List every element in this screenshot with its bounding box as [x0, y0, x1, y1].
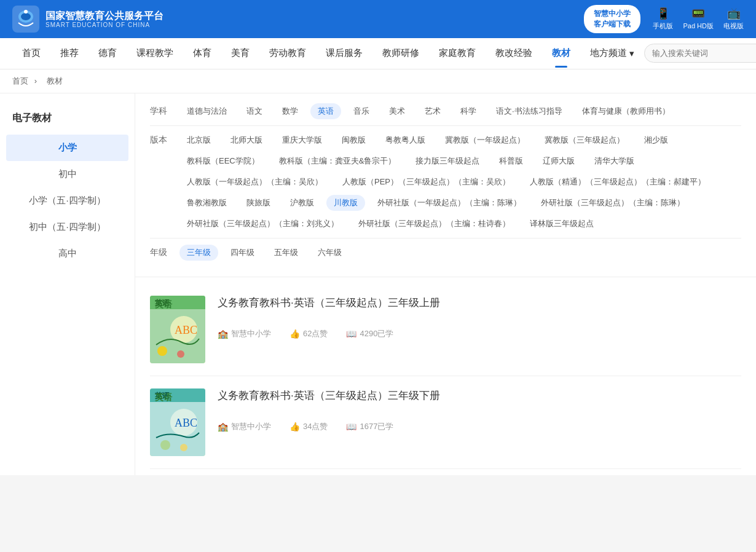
search-input[interactable] — [652, 49, 750, 58]
edition-tag-kepu[interactable]: 科普版 — [492, 153, 530, 169]
nav-reform[interactable]: 教改经验 — [486, 39, 542, 68]
svg-point-16 — [160, 440, 170, 450]
svg-text:ABC: ABC — [175, 417, 197, 429]
svg-point-2 — [21, 13, 31, 20]
subject-tag-calligraphy[interactable]: 语文·书法练习指导 — [489, 103, 570, 119]
breadcrumb-home[interactable]: 首页 — [12, 76, 28, 85]
sidebar-item-middle[interactable]: 初中 — [0, 161, 135, 187]
nav-bar: 首页 推荐 德育 课程教学 体育 美育 劳动教育 课后服务 教师研修 家庭教育 … — [0, 38, 756, 69]
subject-tag-chinese[interactable]: 语文 — [239, 103, 270, 119]
edition-tag-hu[interactable]: 沪教版 — [283, 195, 321, 211]
dropdown-arrow-icon: ▾ — [629, 48, 634, 59]
breadcrumb-current: 教材 — [47, 76, 63, 85]
edition-tag-yue[interactable]: 粤教粤人版 — [378, 132, 433, 148]
device-options: 📱 手机版 📟 Pad HD版 📺 电视版 — [653, 7, 744, 31]
divider-2 — [150, 238, 741, 239]
right-content: 学科 道德与法治 语文 数学 英语 音乐 美术 艺术 科学 语文·书法练习指导 … — [135, 93, 756, 475]
download-button[interactable]: 智慧中小学 客户端下载 — [584, 5, 640, 33]
edition-tag-min[interactable]: 闽教版 — [334, 132, 373, 148]
nav-family[interactable]: 家庭教育 — [429, 39, 486, 68]
book-source-2: 🏫 智慧中小学 — [218, 421, 271, 432]
grade-tag-3[interactable]: 三年级 — [179, 245, 218, 261]
nav-arts[interactable]: 美育 — [221, 39, 259, 68]
svg-text:英语: 英语 — [154, 299, 170, 307]
nav-sports[interactable]: 体育 — [183, 39, 221, 68]
nav-recommend[interactable]: 推荐 — [50, 39, 89, 68]
edition-tag-shan[interactable]: 陕旅版 — [239, 195, 278, 211]
header-top: 国家智慧教育公共服务平台 SMART EDUCATION OF CHINA 智慧… — [0, 0, 756, 38]
source-icon-1: 🏫 — [218, 329, 228, 339]
edition-tag-chuan[interactable]: 川教版 — [326, 195, 365, 211]
book-cover-2[interactable]: 英语 ABC — [150, 388, 205, 456]
nav-labor[interactable]: 劳动教育 — [259, 39, 316, 68]
subject-tag-pe[interactable]: 体育与健康（教师用书） — [575, 103, 677, 119]
reads-icon-2: 📖 — [346, 422, 356, 432]
subject-tag-music[interactable]: 音乐 — [346, 103, 377, 119]
sidebar-item-elementary54[interactable]: 小学（五·四学制） — [0, 187, 135, 214]
subject-tag-arts[interactable]: 艺术 — [417, 103, 448, 119]
nav-moral[interactable]: 德育 — [89, 39, 127, 68]
book-likes-1: 👍 62点赞 — [289, 328, 328, 339]
subject-tag-art[interactable]: 美术 — [382, 103, 412, 119]
sidebar-item-middle54[interactable]: 初中（五·四学制） — [0, 214, 135, 240]
subject-tag-english[interactable]: 英语 — [310, 103, 341, 119]
edition-tag-ren1[interactable]: 人教版（一年级起点）（主编：吴欣） — [179, 174, 330, 190]
nav-course[interactable]: 课程教学 — [127, 39, 183, 68]
subject-tag-moral[interactable]: 道德与法治 — [179, 103, 234, 119]
edition-tags: 北京版 北师大版 重庆大学版 闽教版 粤教粤人版 冀教版（一年级起点） 冀教版（… — [179, 132, 741, 232]
nav-textbook[interactable]: 教材 — [542, 39, 580, 68]
pad-option[interactable]: 📟 Pad HD版 — [683, 7, 714, 31]
mobile-option[interactable]: 📱 手机版 — [653, 7, 673, 31]
header-right: 智慧中小学 客户端下载 📱 手机版 📟 Pad HD版 📺 电视版 — [584, 5, 744, 33]
edition-tag-wai3c[interactable]: 外研社版（三年级起点）（主编：桂诗春） — [351, 216, 518, 232]
source-icon-2: 🏫 — [218, 422, 228, 432]
edition-tag-yilin[interactable]: 译林版三年级起点 — [522, 216, 601, 232]
book-meta-1: 🏫 智慧中小学 👍 62点赞 📖 4290已学 — [218, 328, 741, 339]
svg-text:ABC: ABC — [175, 324, 197, 336]
book-title-2[interactable]: 义务教育教科书·英语（三年级起点）三年级下册 — [218, 388, 741, 403]
nav-teacher[interactable]: 教师研修 — [372, 39, 429, 68]
breadcrumb-separator: › — [34, 76, 39, 85]
edition-tag-eec[interactable]: 教科版（EEC学院） — [179, 153, 267, 169]
edition-tag-beijing[interactable]: 北京版 — [179, 132, 218, 148]
subject-tag-math[interactable]: 数学 — [275, 103, 305, 119]
filter-area: 学科 道德与法治 语文 数学 英语 音乐 美术 艺术 科学 语文·书法练习指导 … — [135, 93, 756, 277]
book-cover-1[interactable]: 英语 ABC — [150, 296, 205, 363]
edition-tag-ren-jt[interactable]: 人教版（精通）（三年级起点）（主编：郝建平） — [522, 174, 713, 190]
grade-tag-4[interactable]: 四年级 — [223, 245, 262, 261]
sidebar-item-highschool[interactable]: 高中 — [0, 240, 135, 267]
subject-label: 学科 — [150, 103, 172, 117]
edition-tag-liaoshi[interactable]: 辽师大版 — [535, 153, 582, 169]
edition-tag-lu[interactable]: 鲁教湘教版 — [179, 195, 234, 211]
book-cover-svg-2: 英语 ABC — [150, 388, 205, 456]
svg-point-10 — [177, 350, 184, 358]
nav-local[interactable]: 地方频道 ▾ — [580, 39, 644, 68]
edition-tag-xiang[interactable]: 湘少版 — [637, 132, 675, 148]
likes-icon-1: 👍 — [289, 329, 300, 339]
nav-home[interactable]: 首页 — [12, 39, 50, 68]
edition-tag-wai1[interactable]: 外研社版（一年级起点）（主编：陈琳） — [370, 195, 529, 211]
svg-rect-5 — [150, 296, 205, 309]
subject-tag-science[interactable]: 科学 — [453, 103, 484, 119]
site-logo: 国家智慧教育公共服务平台 SMART EDUCATION OF CHINA — [12, 6, 163, 33]
edition-tag-wai3[interactable]: 外研社版（三年级起点）（主编：陈琳） — [534, 195, 692, 211]
edition-tag-wai3b[interactable]: 外研社版（三年级起点）（主编：刘兆义） — [179, 216, 346, 232]
grade-tag-5[interactable]: 五年级 — [267, 245, 305, 261]
edition-tag-cqu[interactable]: 重庆大学版 — [275, 132, 329, 148]
book-title-1[interactable]: 义务教育教科书·英语（三年级起点）三年级上册 — [218, 296, 741, 310]
edition-tag-ji3[interactable]: 冀教版（三年级起点） — [537, 132, 632, 148]
edition-tag-ren3[interactable]: 人教版（PEP）（三年级起点）（主编：吴欣） — [335, 174, 518, 190]
edition-tag-ji1[interactable]: 冀教版（一年级起点） — [438, 132, 532, 148]
edition-tag-gong[interactable]: 教科版（主编：龚亚夫&鲁宗干） — [272, 153, 404, 169]
main-container: 电子教材 小学 初中 小学（五·四学制） 初中（五·四学制） 高中 学科 道德与… — [0, 93, 756, 475]
subject-tags: 道德与法治 语文 数学 英语 音乐 美术 艺术 科学 语文·书法练习指导 体育与… — [179, 103, 741, 119]
sidebar-item-elementary[interactable]: 小学 — [6, 135, 128, 161]
nav-after[interactable]: 课后服务 — [316, 39, 372, 68]
tv-option[interactable]: 📺 电视版 — [723, 7, 744, 31]
edition-tag-bsd[interactable]: 北师大版 — [223, 132, 270, 148]
book-item-2: 英语 ABC 义务教育教科书·英语（三年级起点）三年级下册 🏫 智慧中小学 — [150, 376, 741, 469]
divider-1 — [150, 125, 741, 126]
edition-tag-qinghua[interactable]: 清华大学版 — [587, 153, 642, 169]
grade-tag-6[interactable]: 六年级 — [310, 245, 349, 261]
edition-tag-jieli[interactable]: 接力版三年级起点 — [408, 153, 487, 169]
